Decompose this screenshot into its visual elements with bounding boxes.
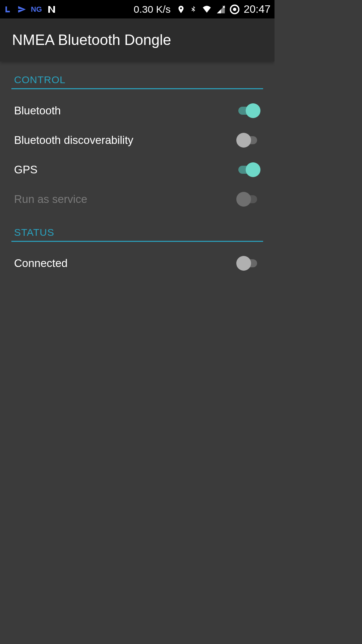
switch-run-as-service bbox=[236, 192, 260, 207]
setting-label: Bluetooth discoverability bbox=[14, 134, 133, 147]
location-send-icon bbox=[17, 5, 26, 14]
setting-row-bluetooth-discoverability[interactable]: Bluetooth discoverability bbox=[11, 125, 263, 155]
section-header-status: STATUS bbox=[11, 214, 263, 242]
switch-bluetooth[interactable] bbox=[236, 103, 260, 118]
setting-row-connected[interactable]: Connected bbox=[11, 249, 263, 278]
switch-bluetooth-discoverability[interactable] bbox=[236, 133, 260, 148]
android-status-bar: NG 0.30 K/s 20:47 bbox=[0, 0, 275, 18]
app-header: NMEA Bluetooth Dongle bbox=[0, 18, 275, 61]
switch-connected[interactable] bbox=[236, 256, 260, 271]
setting-label: Run as service bbox=[14, 193, 87, 206]
setting-row-bluetooth[interactable]: Bluetooth bbox=[11, 96, 263, 125]
status-bar-right: 0.30 K/s 20:47 bbox=[134, 3, 270, 15]
ng-indicator: NG bbox=[31, 5, 42, 14]
nougat-icon bbox=[47, 4, 57, 14]
setting-label: Bluetooth bbox=[14, 104, 61, 117]
target-icon bbox=[230, 4, 240, 14]
setting-label: Connected bbox=[14, 257, 68, 270]
app-indicator-icon bbox=[4, 5, 13, 14]
setting-row-run-as-service: Run as service bbox=[11, 184, 263, 214]
svg-point-1 bbox=[233, 8, 236, 11]
clock: 20:47 bbox=[244, 3, 270, 15]
cellular-signal-icon bbox=[216, 5, 226, 14]
setting-row-gps[interactable]: GPS bbox=[11, 155, 263, 184]
status-bar-left: NG bbox=[4, 4, 57, 14]
settings-content: CONTROL Bluetooth Bluetooth discoverabil… bbox=[0, 61, 275, 278]
app-title: NMEA Bluetooth Dongle bbox=[12, 32, 171, 48]
bluetooth-icon bbox=[189, 4, 197, 14]
location-pin-icon bbox=[177, 4, 185, 14]
wifi-icon bbox=[201, 5, 212, 14]
switch-gps[interactable] bbox=[236, 162, 260, 177]
section-header-control: CONTROL bbox=[11, 61, 263, 89]
setting-label: GPS bbox=[14, 163, 38, 176]
network-speed: 0.30 K/s bbox=[134, 4, 171, 15]
